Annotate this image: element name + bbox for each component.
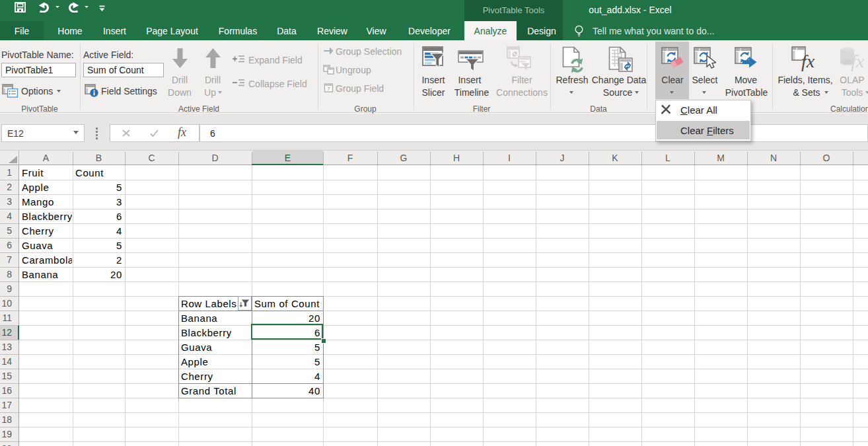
svg-text:7: 7 bbox=[327, 86, 330, 92]
svg-text:fx: fx bbox=[801, 51, 815, 71]
svg-text:fx: fx bbox=[851, 51, 865, 71]
